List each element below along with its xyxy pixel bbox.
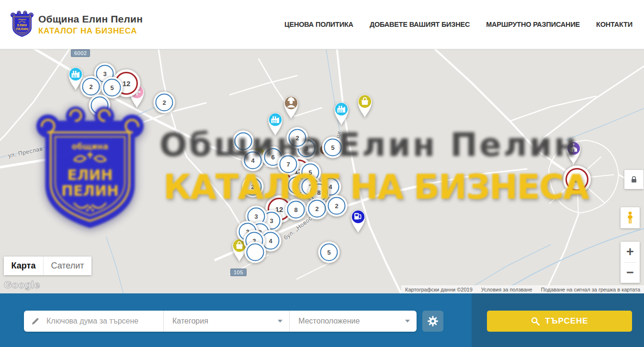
cluster-marker[interactable]: 5	[322, 137, 344, 158]
attribution-report-link[interactable]: Подаване на сигнал за грешка в картата	[541, 287, 640, 292]
search-bar: Категория Местоположение	[0, 293, 644, 347]
search-group: Категория Местоположение	[24, 311, 417, 332]
category-select[interactable]: Категория	[164, 311, 290, 332]
cluster-marker[interactable]: 2	[242, 176, 264, 198]
cluster-marker[interactable]: 2	[306, 198, 328, 220]
municipality-crest-icon: община ЕЛИН ПЕЛИН	[11, 10, 34, 39]
cluster-marker[interactable]: 2	[154, 92, 175, 113]
zoom-out-button[interactable]: −	[621, 263, 640, 283]
map-attribution: Картографски данни ©2019 Условия за полз…	[401, 285, 644, 293]
google-logo[interactable]: Google	[4, 279, 40, 291]
cluster-marker[interactable]: 4	[242, 150, 264, 171]
chevron-down-icon	[278, 320, 282, 323]
chevron-down-icon	[405, 320, 410, 323]
cluster-marker[interactable]	[233, 131, 254, 152]
keyword-segment	[24, 311, 164, 332]
pencil-icon	[31, 317, 40, 326]
search-button[interactable]: ТЪРСЕНЕ	[487, 311, 632, 332]
svg-text:ПЕЛИН: ПЕЛИН	[16, 27, 28, 31]
fuel-pin-marker[interactable]	[348, 207, 369, 234]
map-type-satellite-button[interactable]: Сателит	[44, 257, 91, 275]
road-number-badge: 105	[230, 269, 247, 276]
cluster-marker[interactable]: 5	[318, 242, 340, 263]
main-nav: ЦЕНОВА ПОЛИТИКА ДОБАВЕТЕ ВАШИЯТ БИЗНЕС М…	[284, 21, 633, 28]
category-select-value: Категория	[172, 317, 208, 325]
cluster-marker[interactable]	[245, 242, 266, 263]
attribution-terms-link[interactable]: Условия за ползване	[481, 287, 532, 292]
pegman-button[interactable]	[621, 207, 640, 228]
nav-contacts[interactable]: КОНТАКТИ	[596, 21, 633, 28]
search-button-label: ТЪРСЕНЕ	[545, 316, 588, 326]
cluster-marker[interactable]: 7	[278, 154, 299, 175]
cluster-marker[interactable]: 5	[102, 77, 123, 99]
worker-pin-marker[interactable]	[281, 93, 302, 120]
cluster-marker[interactable]: 2	[326, 195, 348, 217]
cluster-marker[interactable]: 8	[285, 199, 307, 221]
lock-icon	[630, 175, 638, 184]
church-pin-marker[interactable]	[563, 138, 584, 165]
site-logo[interactable]: община ЕЛИН ПЕЛИН Община Елин Пелин КАТА…	[11, 10, 143, 39]
nav-pricing-policy[interactable]: ЦЕНОВА ПОЛИТИКА	[284, 21, 353, 28]
search-icon	[531, 316, 540, 326]
map-canvas[interactable]: 6002 105 ул. Преслав бул. „Новосел ници …	[0, 49, 644, 293]
road-number-badge: 6002	[71, 49, 90, 57]
street-view-lock-button[interactable]	[624, 170, 644, 189]
site-subtitle: КАТАЛОГ НА БИЗНЕСА	[38, 26, 143, 36]
zoom-control: + −	[621, 242, 640, 283]
site-header: община ЕЛИН ПЕЛИН Община Елин Пелин КАТА…	[0, 0, 644, 49]
svg-text:ЕЛИН: ЕЛИН	[17, 23, 27, 27]
advanced-search-button[interactable]	[422, 311, 443, 332]
cluster-marker[interactable]	[89, 95, 111, 116]
gear-icon	[427, 315, 439, 327]
location-select[interactable]: Местоположение	[290, 311, 417, 332]
nav-add-your-business[interactable]: ДОБАВЕТЕ ВАШИЯТ БИЗНЕС	[370, 21, 470, 28]
bag-pin-marker[interactable]	[354, 91, 375, 118]
location-select-value: Местоположение	[298, 317, 360, 325]
attribution-data: Картографски данни ©2019	[405, 287, 473, 292]
svg-text:община: община	[18, 19, 26, 21]
cluster-marker[interactable]: 10	[563, 166, 591, 193]
map-type-control: Карта Сателит	[4, 257, 91, 275]
zoom-in-button[interactable]: +	[621, 242, 640, 262]
map-type-map-button[interactable]: Карта	[4, 257, 44, 275]
cluster-marker[interactable]: 2	[287, 127, 308, 149]
site-title: Община Елин Пелин	[38, 13, 143, 25]
nav-route-schedule[interactable]: МАРШРУТНО РАЗПИСАНИЕ	[486, 21, 580, 28]
keyword-search-input[interactable]	[45, 316, 162, 326]
factory-pin-marker[interactable]	[331, 99, 352, 126]
pegman-icon	[625, 211, 635, 225]
